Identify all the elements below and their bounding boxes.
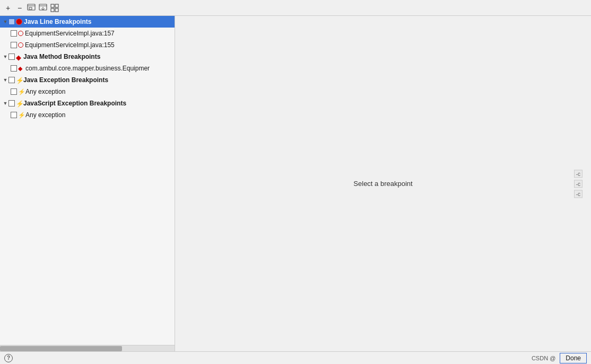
java-line-icon [16,19,22,25]
checkbox-java-line[interactable] [8,19,15,25]
tree-group-java-method[interactable]: ▼ ◆ Java Method Breakpoints [0,51,175,63]
checkbox-equip157[interactable] [11,30,17,37]
checkbox-equip155[interactable] [11,42,17,48]
equip157-icon [18,31,23,36]
csdn-text: CSDN @ [532,355,555,361]
side-label-2[interactable]: -c [574,180,583,188]
main-container: + − [0,0,591,364]
java-method-children: ◆ com.ambul.core.mapper.business.Equipme… [0,63,175,74]
help-icon[interactable]: ? [4,354,13,362]
select-breakpoint-text: Select a breakpoint [353,180,412,188]
tree-group-js-exception[interactable]: ▼ ⚡ JavaScript Exception Breakpoints [0,97,175,109]
checkbox-java-method[interactable] [8,54,15,60]
java-method-icon: ◆ [16,54,22,60]
equip155-icon [18,42,23,48]
left-panel: ▼ Java Line Breakpoints EquipmentService… [0,16,175,351]
scrollbar-thumb [0,346,122,351]
done-button[interactable]: Done [560,353,587,363]
svg-rect-8 [51,8,54,12]
side-label-3[interactable]: -c [574,190,583,198]
js-exception-children: ⚡ Any exception [0,109,175,121]
remove-button[interactable]: − [15,3,24,13]
tree-item-any-exception-java[interactable]: ⚡ Any exception [8,86,175,97]
tree-item-equip157[interactable]: EquipmentServiceImpl.java:157 [8,28,175,39]
java-line-children: EquipmentServiceImpl.java:157 EquipmentS… [0,28,175,51]
export-button[interactable] [27,3,36,13]
expand-arrow-java-line: ▼ [2,19,8,25]
equip155-label: EquipmentServiceImpl.java:155 [25,41,115,49]
java-line-label: Java Line Breakpoints [24,18,91,25]
checkbox-mapper[interactable] [11,65,17,72]
svg-rect-9 [55,8,58,12]
any-exception-java-icon: ⚡ [18,89,24,95]
add-button[interactable]: + [3,3,13,13]
tree-item-any-exception-js[interactable]: ⚡ Any exception [8,109,175,121]
mapper-label: com.ambul.core.mapper.business.Equipmer [25,65,150,72]
view-button[interactable] [50,3,59,13]
tree-group-java-line[interactable]: ▼ Java Line Breakpoints [0,16,175,28]
mapper-icon: ◆ [18,66,24,72]
checkbox-any-exception-js[interactable] [11,112,17,118]
java-exception-icon: ⚡ [16,77,22,83]
right-side-labels: -c -c -c [574,170,583,198]
import-button[interactable] [38,3,48,13]
java-exception-label: Java Exception Breakpoints [23,76,108,84]
tree-item-equip155[interactable]: EquipmentServiceImpl.java:155 [8,39,175,51]
right-panel: Select a breakpoint -c -c -c [175,16,591,351]
any-exception-js-icon: ⚡ [18,112,24,118]
bottom-bar: ? CSDN @ Done [0,351,591,364]
svg-rect-2 [29,7,32,10]
expand-arrow-js-exception: ▼ [2,100,8,106]
expand-arrow-java-method: ▼ [2,54,8,60]
tree-area: ▼ Java Line Breakpoints EquipmentService… [0,16,175,345]
bottom-left: ? [4,354,13,362]
tree-group-java-exception[interactable]: ▼ ⚡ Java Exception Breakpoints [0,74,175,86]
js-exception-label: JavaScript Exception Breakpoints [23,100,126,107]
svg-rect-7 [55,4,58,7]
tree-item-mapper[interactable]: ◆ com.ambul.core.mapper.business.Equipme… [8,63,175,74]
js-exception-icon: ⚡ [16,101,22,106]
top-toolbar: + − [0,0,591,16]
any-exception-java-label: Any exception [25,88,65,95]
checkbox-js-exception[interactable] [8,100,15,106]
java-exception-children: ⚡ Any exception [0,86,175,97]
svg-rect-6 [51,4,54,7]
bottom-right: CSDN @ Done [532,353,587,363]
side-label-1[interactable]: -c [574,170,583,177]
any-exception-js-label: Any exception [25,111,65,119]
expand-arrow-java-exception: ▼ [2,77,8,83]
checkbox-java-exception[interactable] [8,77,15,83]
scrollbar[interactable] [0,345,175,351]
java-method-label: Java Method Breakpoints [23,53,100,60]
checkbox-any-exception-java[interactable] [11,88,17,95]
content-area: ▼ Java Line Breakpoints EquipmentService… [0,16,591,351]
equip157-label: EquipmentServiceImpl.java:157 [25,30,115,37]
